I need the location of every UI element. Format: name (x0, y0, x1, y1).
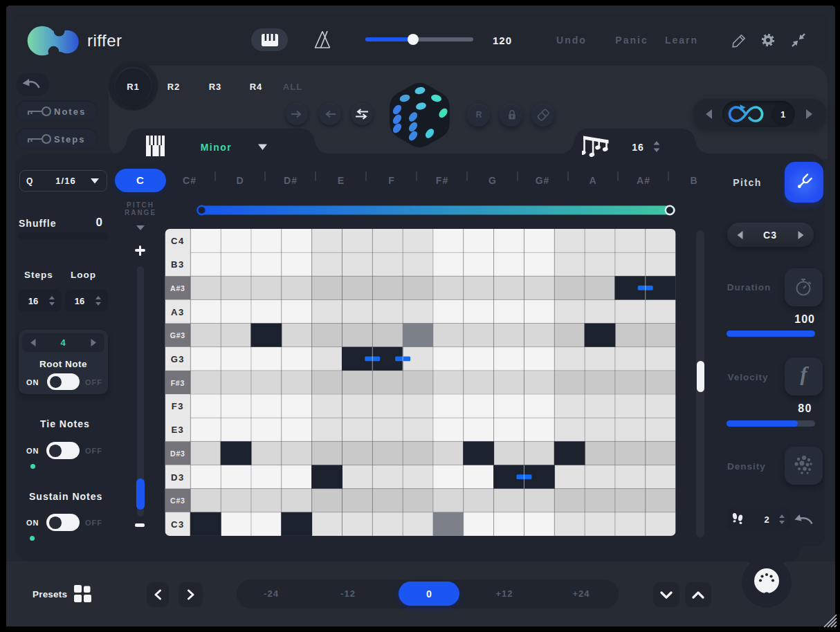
svg-text:G#3: G#3 (170, 331, 185, 340)
svg-text:F3: F3 (172, 401, 184, 411)
svg-text:E3: E3 (171, 425, 184, 435)
svg-text:D3: D3 (171, 472, 185, 483)
svg-text:F#3: F#3 (171, 379, 185, 387)
svg-text:A#3: A#3 (170, 284, 185, 292)
svg-text:C#3: C#3 (170, 496, 185, 505)
svg-text:A3: A3 (171, 307, 185, 317)
svg-text:C4: C4 (171, 236, 185, 246)
svg-text:D#3: D#3 (170, 449, 185, 458)
svg-text:B3: B3 (171, 259, 185, 270)
svg-text:G3: G3 (171, 354, 185, 364)
svg-text:C3: C3 (171, 519, 185, 530)
